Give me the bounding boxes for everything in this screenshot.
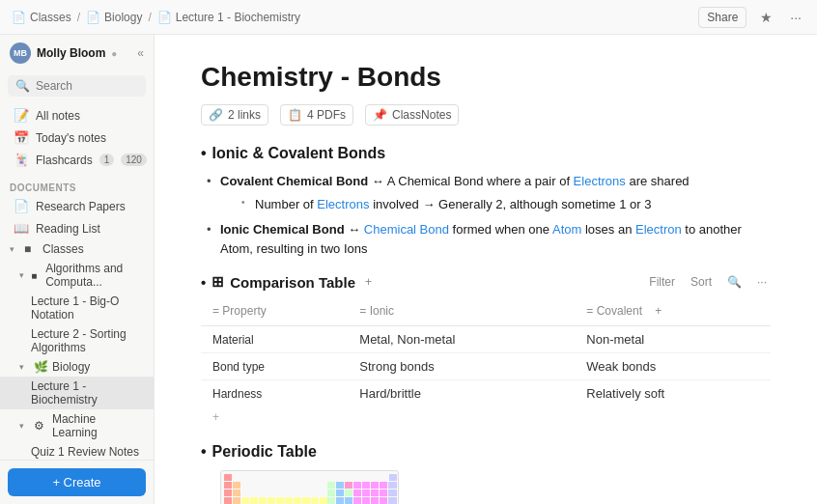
filter-button[interactable]: Filter xyxy=(645,273,679,291)
breadcrumb-biology[interactable]: 📄 Biology xyxy=(86,11,142,24)
tree-item-classes[interactable]: ▾ ■ Classes xyxy=(0,239,154,259)
table-icon: ⊞ xyxy=(211,273,224,291)
sidebar-scroll: 📝 All notes 📅 Today's notes 🃏 Flashcards… xyxy=(0,100,154,460)
svg-rect-24 xyxy=(241,497,249,504)
tree-item-quiz1[interactable]: Quiz 1 Review Notes xyxy=(0,442,154,460)
page-title: Chemistry - Bonds xyxy=(201,62,771,93)
tree-item-algorithms[interactable]: ▾ ■ Algorithms and Computa... xyxy=(0,259,154,292)
sidebar-nav: 📝 All notes 📅 Today's notes 🃏 Flashcards… xyxy=(0,100,154,175)
bullet-dot-table: • xyxy=(201,274,206,291)
comparison-table-section: • ⊞ Comparison Table + Filter Sort 🔍 ··· xyxy=(201,273,771,428)
svg-rect-36 xyxy=(345,497,352,504)
ionic-covalent-heading: • Ionic & Covalent Bonds xyxy=(201,145,771,162)
table-more-button[interactable]: ··· xyxy=(753,273,771,291)
user-info: MB Molly Bloom ● xyxy=(10,42,117,64)
svg-rect-10 xyxy=(380,482,387,489)
sidebar-item-flashcards[interactable]: 🃏 Flashcards 1 120 xyxy=(4,149,150,171)
svg-rect-27 xyxy=(268,497,275,504)
attachment-links[interactable]: 🔗 2 links xyxy=(201,104,268,126)
page-icon-2: 📄 xyxy=(86,11,100,24)
add-col-button[interactable]: + xyxy=(651,302,665,320)
top-bar: 📄 Classes / 📄 Biology / 📄 Lecture 1 - Bi… xyxy=(0,0,817,35)
breadcrumb-sep-1: / xyxy=(77,11,80,24)
periodic-section: • Periodic Table xyxy=(201,443,771,504)
sort-button[interactable]: Sort xyxy=(687,273,716,291)
svg-rect-18 xyxy=(362,490,370,496)
biology-icon: 🌿 xyxy=(34,360,47,374)
electron-link2[interactable]: Electron xyxy=(635,222,682,237)
sidebar-item-reading-list[interactable]: 📖 Reading List xyxy=(4,217,150,239)
sidebar-item-research-papers[interactable]: 📄 Research Papers xyxy=(4,195,150,217)
breadcrumb-classes[interactable]: 📄 Classes xyxy=(12,11,71,24)
col-covalent: = Covalent + xyxy=(575,296,771,326)
svg-rect-5 xyxy=(336,482,344,489)
search-input[interactable] xyxy=(36,79,155,93)
periodic-table-image xyxy=(220,470,399,504)
cell-hardness-ionic: Hard/brittle xyxy=(348,380,575,407)
svg-rect-3 xyxy=(233,482,240,489)
svg-rect-9 xyxy=(371,482,379,489)
svg-rect-12 xyxy=(224,490,232,496)
add-row-icon: + xyxy=(212,410,219,424)
sidebar-item-all-notes[interactable]: 📝 All notes xyxy=(4,104,150,126)
sub-text: Number of xyxy=(255,197,317,211)
covalent-bond-item: Covalent Chemical Bond ↔ A Chemical Bond… xyxy=(220,172,771,215)
periodic-heading: • Periodic Table xyxy=(201,443,771,461)
svg-rect-17 xyxy=(353,490,361,496)
sidebar-item-todays-notes[interactable]: 📅 Today's notes xyxy=(4,126,150,149)
topbar-actions: Share ★ ··· xyxy=(698,7,805,28)
tree-item-biology[interactable]: ▾ 🌿 Biology xyxy=(0,357,154,377)
table-row: Bond type Strong bonds Weak bonds xyxy=(201,353,771,380)
ionic-text1: formed when one xyxy=(453,222,552,237)
cell-hardness-prop: Hardness xyxy=(201,380,348,407)
bullet-dot: • xyxy=(201,145,207,162)
atom-link1[interactable]: Atom xyxy=(552,222,581,237)
sidebar-collapse-button[interactable]: « xyxy=(137,46,144,60)
periodic-table-container xyxy=(220,470,771,504)
search-table-button[interactable]: 🔍 xyxy=(723,273,746,291)
tree-item-lecture1-bio[interactable]: Lecture 1 - Biochemistry xyxy=(0,377,154,409)
ionic-text2: loses an xyxy=(585,222,635,237)
table-add-col-button[interactable]: + xyxy=(361,273,376,291)
svg-rect-2 xyxy=(224,482,232,489)
svg-rect-22 xyxy=(224,497,232,504)
reading-list-icon: 📖 xyxy=(14,221,29,236)
today-icon: 📅 xyxy=(14,130,29,145)
classnotes-icon: 📌 xyxy=(373,108,387,122)
electrons-sub-link[interactable]: Electrons xyxy=(317,197,369,211)
algorithms-icon: ■ xyxy=(31,270,41,281)
svg-rect-35 xyxy=(336,497,344,504)
sub-text2: involved → Generally 2, although sometim… xyxy=(370,197,652,211)
more-button[interactable]: ··· xyxy=(786,8,805,27)
user-status-icon: ● xyxy=(111,48,117,59)
add-row-button[interactable]: + xyxy=(201,406,771,428)
chemical-bond-link[interactable]: Chemical Bond xyxy=(364,222,449,237)
classes-icon: ■ xyxy=(24,242,38,256)
tree-item-lecture1-algo[interactable]: Lecture 1 - Big-O Notation xyxy=(0,292,154,324)
create-button[interactable]: + Create xyxy=(8,468,146,496)
ionic-arrow: ↔ xyxy=(348,222,364,237)
search-box[interactable]: 🔍 ⌘K xyxy=(8,75,146,97)
table-row: Hardness Hard/brittle Relatively soft xyxy=(201,380,771,407)
ionic-covalent-section: • Ionic & Covalent Bonds Covalent Chemic… xyxy=(201,145,771,260)
svg-rect-37 xyxy=(353,497,361,504)
cell-hardness-covalent: Relatively soft xyxy=(575,380,771,407)
link-icon: 🔗 xyxy=(209,108,223,122)
star-button[interactable]: ★ xyxy=(756,8,776,27)
table-row: Material Metal, Non-metal Non-metal xyxy=(201,326,771,353)
svg-rect-16 xyxy=(345,490,352,496)
svg-rect-40 xyxy=(380,497,387,504)
prop-icon: = xyxy=(212,304,219,318)
attachment-pdfs[interactable]: 📋 4 PDFs xyxy=(280,104,353,126)
tree-item-lecture2-algo[interactable]: Lecture 2 - Sorting Algorithms xyxy=(0,324,154,357)
flashcards-icon: 🃏 xyxy=(14,153,29,167)
share-button[interactable]: Share xyxy=(698,7,747,28)
breadcrumb-lecture[interactable]: 📄 Lecture 1 - Biochemistry xyxy=(157,11,300,24)
attachment-classnotes[interactable]: 📌 ClassNotes xyxy=(365,104,459,126)
electrons-link[interactable]: Electrons xyxy=(574,174,626,188)
svg-rect-13 xyxy=(233,490,240,496)
tree-item-ml[interactable]: ▾ ⚙ Machine Learning xyxy=(0,409,154,442)
svg-rect-21 xyxy=(388,490,397,496)
svg-rect-20 xyxy=(380,490,387,496)
pdf-icon: 📋 xyxy=(288,108,302,122)
